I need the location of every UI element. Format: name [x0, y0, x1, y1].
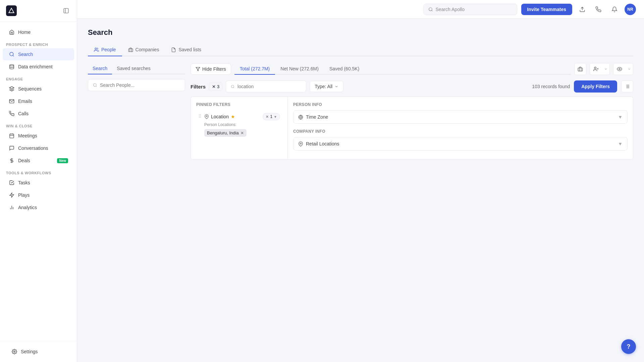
tab-saved-lists-label: Saved lists [178, 47, 201, 52]
saved-lists-tab-icon [171, 47, 176, 52]
invite-teammates-btn[interactable]: Invite Teammates [521, 4, 572, 15]
deals-badge: New [57, 158, 68, 163]
help-question-mark: ? [627, 343, 631, 350]
sidebar-item-plays[interactable]: Plays [3, 189, 74, 201]
chat-icon [9, 145, 15, 151]
sidebar-item-emails[interactable]: Emails [3, 95, 74, 107]
sidebar-item-home[interactable]: Home [3, 26, 74, 38]
svg-point-5 [10, 64, 14, 66]
upload-icon-btn[interactable] [576, 3, 588, 15]
drag-handle-icon[interactable]: ⠿ [198, 114, 202, 119]
sidebar-item-tasks[interactable]: Tasks [3, 177, 74, 189]
filter-icon [196, 67, 200, 71]
svg-marker-24 [196, 67, 200, 71]
svg-line-23 [96, 86, 97, 86]
columns-icon [625, 84, 630, 89]
apply-filters-btn[interactable]: Apply Filters [574, 80, 617, 93]
home-icon [9, 29, 15, 35]
pinned-filters-label: Pinned Filters [196, 102, 282, 107]
svg-point-38 [206, 116, 207, 117]
filter-tab-saved[interactable]: Saved (60.5K) [324, 63, 365, 75]
svg-point-26 [594, 67, 596, 69]
sidebar-nav: Home Prospect & enrich Search Data enric… [0, 22, 77, 341]
filter-retail-locations[interactable]: Retail Locations ▼ [293, 137, 628, 150]
company-info-label: Company Info [293, 129, 628, 134]
sidebar-item-analytics-label: Analytics [18, 205, 37, 210]
map-pin-small-icon [204, 114, 209, 119]
sidebar-toggle-btn[interactable] [61, 6, 71, 15]
main-tabs: People Companies Saved lists [88, 44, 633, 56]
check-square-icon [9, 180, 15, 186]
filter-time-zone[interactable]: Time Zone ▼ [293, 110, 628, 124]
tab-companies-label: Companies [136, 47, 159, 52]
phone-icon-btn[interactable] [592, 3, 604, 15]
tab-people[interactable]: People [88, 44, 122, 56]
filter-search-input[interactable] [237, 84, 301, 89]
search-people-box[interactable] [88, 79, 185, 91]
sidebar-item-meetings-label: Meetings [18, 133, 37, 138]
time-zone-expand-icon: ▼ [618, 114, 623, 120]
sidebar: Home Prospect & enrich Search Data enric… [0, 0, 77, 362]
add-contact-icon-btn[interactable] [590, 63, 602, 75]
chevron-down-icon [604, 67, 607, 71]
column-settings-icon-btn[interactable] [621, 80, 633, 93]
sidebar-item-calls-label: Calls [18, 111, 29, 116]
svg-point-29 [619, 68, 620, 70]
svg-rect-21 [128, 49, 133, 52]
svg-point-17 [429, 7, 432, 10]
add-contact-dropdown-btn[interactable] [602, 63, 610, 75]
sub-tab-search[interactable]: Search [88, 63, 112, 74]
retail-locations-expand-icon: ▼ [618, 141, 623, 146]
help-button[interactable]: ? [621, 339, 636, 354]
sidebar-item-conversations[interactable]: Conversations [3, 142, 74, 154]
svg-point-16 [14, 351, 15, 352]
filter-x-small: ✕ [266, 115, 269, 119]
svg-point-41 [300, 143, 302, 144]
filter-tab-net-new[interactable]: Net New (272.6M) [275, 63, 324, 75]
view-dropdown-btn[interactable] [625, 63, 633, 75]
hide-filters-btn[interactable]: Hide Filters [191, 63, 231, 75]
sidebar-item-search[interactable]: Search [3, 48, 74, 60]
search-people-input[interactable] [100, 82, 180, 88]
sidebar-item-meetings[interactable]: Meetings [3, 130, 74, 142]
person-info-label: Person Info [293, 102, 628, 107]
tab-companies[interactable]: Companies [122, 44, 165, 56]
sidebar-item-deals[interactable]: Deals New [3, 155, 74, 167]
filter-view-tabs: Total (272.7M) Net New (272.6M) Saved (6… [234, 63, 571, 75]
filters-header-row: Filters ✕ 3 Type: All [191, 80, 633, 93]
filter-clear-btn[interactable]: ✕ 3 [209, 82, 222, 91]
filters-title: Filters [191, 84, 206, 89]
lightning-icon [9, 192, 15, 198]
type-dropdown-chevron [334, 84, 338, 88]
mail-icon [9, 98, 15, 104]
sidebar-item-emails-label: Emails [18, 99, 32, 104]
filter-item-content-location: Location ★ ✕ 1 ▼ [204, 113, 280, 137]
sidebar-item-calls[interactable]: Calls [3, 108, 74, 120]
user-avatar[interactable]: NR [625, 4, 636, 15]
filter-badge-count: 1 [270, 114, 272, 119]
map-pin-icon [298, 141, 303, 146]
sidebar-item-settings[interactable]: Settings [5, 346, 71, 358]
view-icon-btn[interactable] [613, 63, 625, 75]
export-icon-btn[interactable] [574, 63, 586, 75]
sidebar-item-analytics[interactable]: Analytics [3, 201, 74, 214]
bell-icon-btn[interactable] [608, 3, 621, 15]
sidebar-item-sequences[interactable]: Sequences [3, 83, 74, 95]
sidebar-item-search-label: Search [18, 52, 33, 57]
type-dropdown[interactable]: Type: All [310, 81, 343, 92]
global-search-bar[interactable]: Search Apollo [423, 4, 517, 15]
retail-locations-label: Retail Locations [306, 141, 339, 146]
filter-expand-icon: ▼ [274, 115, 277, 119]
tab-saved-lists[interactable]: Saved lists [165, 44, 207, 56]
location-tag-remove-btn[interactable]: ✕ [240, 131, 244, 135]
filter-tags-row: Person Locations: Bengaluru, India ✕ [204, 122, 280, 137]
sidebar-item-tasks-label: Tasks [18, 180, 30, 185]
section-label-engage: Engage [0, 73, 77, 82]
sub-tab-saved-searches[interactable]: Saved searches [112, 63, 155, 74]
svg-rect-1 [64, 8, 68, 13]
filter-count-badge[interactable]: ✕ 1 ▼ [263, 113, 280, 120]
sidebar-item-data-enrichment[interactable]: Data enrichment [3, 61, 74, 73]
filter-tab-total[interactable]: Total (272.7M) [234, 63, 275, 75]
pinned-filters-panel: Pinned Filters ⠿ Location ★ ✕ [191, 97, 288, 160]
filter-search-box[interactable] [226, 80, 306, 93]
